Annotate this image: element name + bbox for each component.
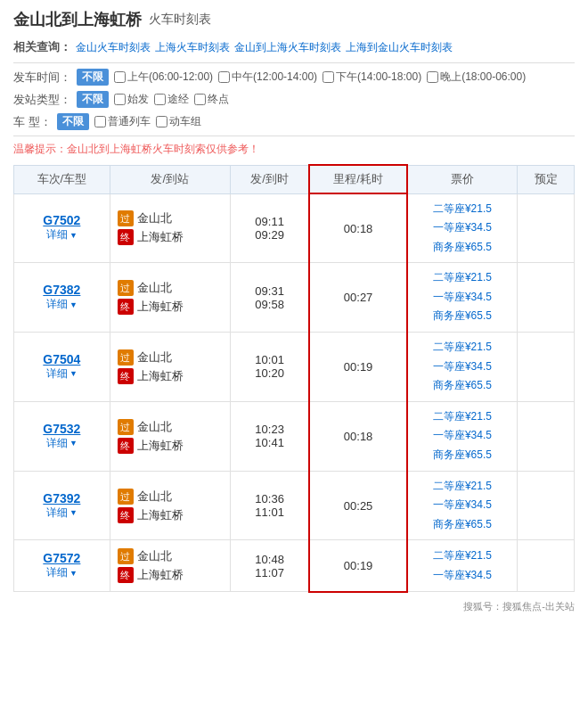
train-number-cell: G7392 详细 [14,471,110,540]
related-link-3[interactable]: 金山到上海火车时刻表 [234,40,341,55]
arrive-time: 11:07 [238,566,302,579]
station-option-shifa[interactable]: 始发 [114,92,149,107]
traintype-filter-row: 车 型： 不限 普通列车 动车组 [13,113,575,130]
time-unlimited-badge[interactable]: 不限 [77,69,109,86]
station-cell: 过 金山北 终 上海虹桥 [110,471,230,540]
book-cell [518,333,575,402]
price-item: 二等座¥21.5 [415,268,510,288]
time-filter-label: 发车时间： [13,70,71,86]
to-station-name: 上海虹桥 [137,507,184,523]
price-item: 二等座¥21.5 [415,477,510,497]
station-unlimited-badge[interactable]: 不限 [77,91,109,108]
station-option-zhongdian[interactable]: 终点 [194,92,229,107]
arrive-time: 10:20 [238,366,302,380]
train-number-link[interactable]: G7382 [21,283,102,297]
related-link-1[interactable]: 金山火车时刻表 [76,40,151,55]
train-number-cell: G7504 详细 [14,333,110,402]
price-item: 一等座¥34.5 [415,566,510,586]
train-number-cell: G7502 详细 [14,193,110,263]
duration-cell: 00:18 [309,401,406,471]
related-link-4[interactable]: 上海到金山火车时刻表 [346,40,453,55]
book-cell [518,540,575,592]
station-option-tujing[interactable]: 途经 [154,92,189,107]
to-tag: 终 [118,567,134,583]
to-station-row: 终 上海虹桥 [118,368,223,384]
duration-value: 00:19 [344,559,373,572]
traintype-unlimited-badge[interactable]: 不限 [57,113,89,130]
train-table-body: G7502 详细 过 金山北 终 上海虹桥 09:11 09:29 00:18 … [14,193,575,592]
col-header-book: 预定 [518,165,575,193]
depart-time: 10:48 [238,553,302,566]
time-cell: 09:11 09:29 [230,193,309,263]
arrive-time: 09:29 [238,228,302,242]
price-item: 二等座¥21.5 [415,407,510,427]
price-item: 一等座¥34.5 [415,288,510,308]
price-cell: 二等座¥21.5一等座¥34.5商务座¥65.5 [407,333,518,402]
from-station-name: 金山北 [137,419,172,435]
train-number-link[interactable]: G7572 [21,551,102,565]
detail-link[interactable]: 详细 [46,297,78,312]
price-item: 一等座¥34.5 [415,426,510,446]
price-item: 一等座¥34.5 [415,358,510,377]
duration-value: 00:18 [344,222,373,235]
train-table: 车次/车型 发/到站 发/到时 里程/耗时 票价 预定 G7502 详细 过 金… [13,164,575,593]
from-tag: 过 [118,419,134,435]
detail-link[interactable]: 详细 [46,227,78,242]
train-number-link[interactable]: G7392 [21,491,102,505]
to-station-row: 终 上海虹桥 [118,567,223,583]
time-filter-row: 发车时间： 不限 上午(06:00-12:00) 中午(12:00-14:00)… [13,69,575,86]
book-cell [518,193,575,263]
traintype-option-putong[interactable]: 普通列车 [94,114,151,129]
time-cell: 09:31 09:58 [230,263,309,333]
duration-cell: 00:19 [309,333,406,402]
from-tag: 过 [118,210,134,226]
to-tag: 终 [118,507,134,523]
time-option-afternoon[interactable]: 下午(14:00-18:00) [323,70,421,85]
station-cell: 过 金山北 终 上海虹桥 [110,263,230,333]
table-row: G7382 详细 过 金山北 终 上海虹桥 09:31 09:58 00:27 … [14,263,575,333]
price-item: 商务座¥65.5 [415,515,510,535]
price-item: 商务座¥65.5 [415,376,510,396]
depart-time: 09:11 [238,215,302,228]
to-station-row: 终 上海虹桥 [118,438,223,454]
detail-link[interactable]: 详细 [46,505,78,521]
price-item: 一等座¥34.5 [415,218,510,238]
warm-tip: 温馨提示：金山北到上海虹桥火车时刻索仅供参考！ [13,142,575,157]
table-row: G7502 详细 过 金山北 终 上海虹桥 09:11 09:29 00:18 … [14,193,575,263]
price-item: 二等座¥21.5 [415,200,510,219]
title-main: 金山北到上海虹桥 [13,9,142,30]
arrive-time: 10:41 [238,436,302,449]
col-header-trainno: 车次/车型 [14,165,110,193]
detail-link[interactable]: 详细 [46,565,78,580]
book-cell [518,401,575,471]
from-tag: 过 [118,548,134,564]
duration-cell: 00:18 [309,193,406,263]
duration-value: 00:25 [344,499,373,513]
price-item: 二等座¥21.5 [415,547,510,566]
time-option-morning[interactable]: 上午(06:00-12:00) [114,70,213,85]
related-link-2[interactable]: 上海火车时刻表 [155,40,230,55]
book-cell [518,263,575,333]
to-station-name: 上海虹桥 [137,299,184,315]
from-station-name: 金山北 [137,349,172,366]
divider-2 [13,136,575,136]
col-header-price: 票价 [407,165,518,193]
train-number-link[interactable]: G7504 [21,352,102,366]
detail-link[interactable]: 详细 [46,366,78,382]
station-cell: 过 金山北 终 上海虹桥 [110,193,230,263]
duration-cell: 00:19 [309,540,406,592]
to-station-name: 上海虹桥 [137,567,184,583]
table-row: G7504 详细 过 金山北 终 上海虹桥 10:01 10:20 00:19 … [14,333,575,402]
train-number-link[interactable]: G7532 [21,422,102,436]
detail-link[interactable]: 详细 [46,436,78,451]
price-item: 商务座¥65.5 [415,446,510,465]
traintype-option-dongchejv[interactable]: 动车组 [156,114,201,129]
station-filter-label: 发站类型： [13,92,71,108]
train-number-link[interactable]: G7502 [21,213,102,227]
time-option-night[interactable]: 晚上(18:00-06:00) [427,70,526,85]
time-option-noon[interactable]: 中午(12:00-14:00) [218,70,317,85]
price-item: 商务座¥65.5 [415,307,510,326]
from-tag: 过 [118,489,134,505]
price-cell: 二等座¥21.5一等座¥34.5商务座¥65.5 [407,263,518,333]
from-station-row: 过 金山北 [118,489,223,505]
